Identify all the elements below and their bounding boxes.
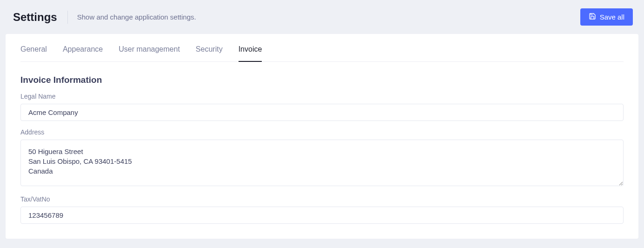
- legal-name-label: Legal Name: [20, 93, 624, 100]
- address-textarea[interactable]: 50 Higuera Street San Luis Obispo, CA 93…: [20, 140, 624, 186]
- tab-general[interactable]: General: [20, 45, 47, 62]
- header-divider: [67, 11, 68, 24]
- tab-invoice[interactable]: Invoice: [239, 45, 262, 62]
- tax-vat-label: Tax/VatNo: [20, 195, 624, 203]
- page-subtitle: Show and change application settings.: [77, 13, 196, 21]
- tab-security[interactable]: Security: [196, 45, 223, 62]
- header-left: Settings Show and change application set…: [13, 11, 196, 24]
- section-title: Invoice Information: [20, 75, 624, 85]
- save-button-label: Save all: [600, 13, 624, 21]
- tax-vat-input[interactable]: [20, 207, 624, 224]
- save-all-button[interactable]: Save all: [580, 8, 633, 26]
- page-header: Settings Show and change application set…: [0, 0, 644, 34]
- settings-card: General Appearance User management Secur…: [6, 34, 638, 239]
- tabs-nav: General Appearance User management Secur…: [20, 34, 624, 62]
- tab-appearance[interactable]: Appearance: [63, 45, 103, 62]
- page-title: Settings: [13, 11, 57, 24]
- tab-user-management[interactable]: User management: [119, 45, 180, 62]
- save-icon: [589, 13, 596, 21]
- legal-name-input[interactable]: [20, 104, 624, 121]
- address-label: Address: [20, 128, 624, 136]
